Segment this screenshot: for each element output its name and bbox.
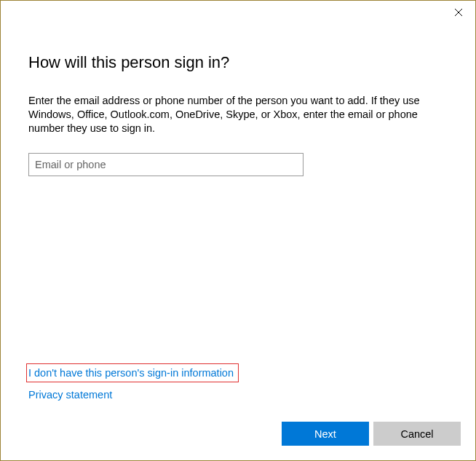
email-or-phone-input[interactable]: [28, 153, 304, 176]
close-icon: [455, 9, 462, 16]
close-button[interactable]: [442, 1, 475, 24]
spacer: [28, 176, 448, 363]
no-sign-in-info-link[interactable]: I don't have this person's sign-in infor…: [28, 367, 234, 379]
next-button[interactable]: Next: [282, 422, 369, 446]
dialog-description: Enter the email address or phone number …: [28, 94, 448, 135]
dialog-heading: How will this person sign in?: [28, 53, 448, 72]
titlebar: [1, 1, 475, 24]
cancel-button[interactable]: Cancel: [373, 422, 461, 446]
privacy-statement-link[interactable]: Privacy statement: [28, 389, 112, 401]
add-user-dialog: How will this person sign in? Enter the …: [0, 0, 476, 461]
no-info-link-row: I don't have this person's sign-in infor…: [28, 363, 448, 382]
highlight-box: I don't have this person's sign-in infor…: [26, 363, 239, 382]
privacy-link-row: Privacy statement: [28, 388, 448, 401]
dialog-content: How will this person sign in? Enter the …: [1, 24, 475, 422]
dialog-buttons: Next Cancel: [1, 422, 475, 460]
